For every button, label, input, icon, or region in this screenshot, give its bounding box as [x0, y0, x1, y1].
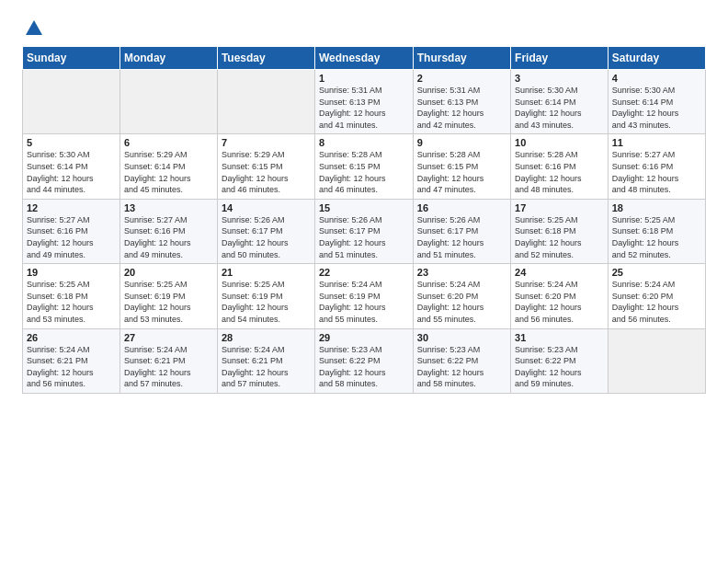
calendar-week-row: 12Sunrise: 5:27 AM Sunset: 6:16 PM Dayli…: [23, 199, 706, 263]
calendar-cell: 26Sunrise: 5:24 AM Sunset: 6:21 PM Dayli…: [23, 328, 120, 393]
day-number: 25: [612, 267, 701, 278]
day-number: 13: [124, 202, 213, 213]
day-number: 27: [124, 332, 213, 343]
calendar-week-row: 1Sunrise: 5:31 AM Sunset: 6:13 PM Daylig…: [23, 70, 706, 134]
calendar-cell: 15Sunrise: 5:26 AM Sunset: 6:17 PM Dayli…: [314, 199, 413, 263]
calendar-cell: [119, 70, 217, 134]
calendar-cell: 22Sunrise: 5:24 AM Sunset: 6:19 PM Dayli…: [314, 264, 413, 328]
day-info: Sunrise: 5:23 AM Sunset: 6:22 PM Dayligh…: [319, 344, 409, 390]
day-number: 20: [124, 267, 213, 278]
day-info: Sunrise: 5:29 AM Sunset: 6:15 PM Dayligh…: [222, 149, 311, 195]
day-number: 5: [27, 137, 116, 148]
day-info: Sunrise: 5:24 AM Sunset: 6:19 PM Dayligh…: [319, 279, 409, 325]
day-info: Sunrise: 5:25 AM Sunset: 6:18 PM Dayligh…: [612, 214, 701, 260]
day-info: Sunrise: 5:25 AM Sunset: 6:18 PM Dayligh…: [27, 279, 116, 325]
calendar-week-row: 5Sunrise: 5:30 AM Sunset: 6:14 PM Daylig…: [23, 134, 706, 199]
calendar-cell: 1Sunrise: 5:31 AM Sunset: 6:13 PM Daylig…: [314, 70, 413, 134]
day-info: Sunrise: 5:30 AM Sunset: 6:14 PM Dayligh…: [515, 85, 604, 131]
day-number: 23: [417, 267, 506, 278]
day-info: Sunrise: 5:28 AM Sunset: 6:16 PM Dayligh…: [515, 149, 604, 195]
day-number: 8: [319, 137, 409, 148]
day-number: 24: [515, 267, 604, 278]
calendar-cell: 3Sunrise: 5:30 AM Sunset: 6:14 PM Daylig…: [511, 70, 609, 134]
day-number: 18: [612, 202, 701, 213]
day-info: Sunrise: 5:31 AM Sunset: 6:13 PM Dayligh…: [319, 85, 409, 131]
day-number: 28: [222, 332, 311, 343]
day-info: Sunrise: 5:29 AM Sunset: 6:14 PM Dayligh…: [124, 149, 213, 195]
day-number: 9: [417, 137, 506, 148]
day-number: 19: [27, 267, 116, 278]
day-number: 29: [319, 332, 409, 343]
weekday-header: Friday: [511, 47, 609, 70]
day-info: Sunrise: 5:24 AM Sunset: 6:20 PM Dayligh…: [515, 279, 604, 325]
day-info: Sunrise: 5:28 AM Sunset: 6:15 PM Dayligh…: [417, 149, 506, 195]
day-number: 31: [515, 332, 604, 343]
day-number: 2: [417, 73, 506, 84]
calendar-cell: 2Sunrise: 5:31 AM Sunset: 6:13 PM Daylig…: [413, 70, 510, 134]
day-info: Sunrise: 5:27 AM Sunset: 6:16 PM Dayligh…: [612, 149, 701, 195]
calendar-cell: [23, 70, 120, 134]
day-info: Sunrise: 5:24 AM Sunset: 6:20 PM Dayligh…: [417, 279, 506, 325]
day-info: Sunrise: 5:24 AM Sunset: 6:21 PM Dayligh…: [27, 344, 116, 390]
calendar-cell: 30Sunrise: 5:23 AM Sunset: 6:22 PM Dayli…: [413, 328, 510, 393]
day-info: Sunrise: 5:26 AM Sunset: 6:17 PM Dayligh…: [319, 214, 409, 260]
day-info: Sunrise: 5:30 AM Sunset: 6:14 PM Dayligh…: [612, 85, 701, 131]
weekday-header: Thursday: [413, 47, 510, 70]
weekday-header: Saturday: [608, 47, 705, 70]
weekday-header: Monday: [119, 47, 217, 70]
day-number: 21: [222, 267, 311, 278]
day-info: Sunrise: 5:23 AM Sunset: 6:22 PM Dayligh…: [515, 344, 604, 390]
day-info: Sunrise: 5:25 AM Sunset: 6:19 PM Dayligh…: [124, 279, 213, 325]
day-number: 30: [417, 332, 506, 343]
calendar-cell: 11Sunrise: 5:27 AM Sunset: 6:16 PM Dayli…: [608, 134, 705, 199]
day-number: 7: [222, 137, 311, 148]
calendar-table: SundayMondayTuesdayWednesdayThursdayFrid…: [22, 46, 706, 394]
weekday-header: Wednesday: [314, 47, 413, 70]
calendar-cell: 12Sunrise: 5:27 AM Sunset: 6:16 PM Dayli…: [23, 199, 120, 263]
day-info: Sunrise: 5:27 AM Sunset: 6:16 PM Dayligh…: [27, 214, 116, 260]
day-number: 4: [612, 73, 701, 84]
calendar-cell: 21Sunrise: 5:25 AM Sunset: 6:19 PM Dayli…: [217, 264, 314, 328]
day-info: Sunrise: 5:26 AM Sunset: 6:17 PM Dayligh…: [222, 214, 311, 260]
logo: [22, 18, 44, 39]
day-number: 26: [27, 332, 116, 343]
calendar-cell: 25Sunrise: 5:24 AM Sunset: 6:20 PM Dayli…: [608, 264, 705, 328]
calendar-cell: 10Sunrise: 5:28 AM Sunset: 6:16 PM Dayli…: [511, 134, 609, 199]
calendar-cell: [217, 70, 314, 134]
day-number: 3: [515, 73, 604, 84]
calendar-cell: 19Sunrise: 5:25 AM Sunset: 6:18 PM Dayli…: [23, 264, 120, 328]
calendar-header-row: SundayMondayTuesdayWednesdayThursdayFrid…: [23, 47, 706, 70]
day-number: 14: [222, 202, 311, 213]
page-header: [22, 18, 706, 39]
calendar-cell: 28Sunrise: 5:24 AM Sunset: 6:21 PM Dayli…: [217, 328, 314, 393]
day-number: 16: [417, 202, 506, 213]
calendar-cell: 8Sunrise: 5:28 AM Sunset: 6:15 PM Daylig…: [314, 134, 413, 199]
calendar-cell: 20Sunrise: 5:25 AM Sunset: 6:19 PM Dayli…: [119, 264, 217, 328]
calendar-cell: 23Sunrise: 5:24 AM Sunset: 6:20 PM Dayli…: [413, 264, 510, 328]
calendar-cell: 16Sunrise: 5:26 AM Sunset: 6:17 PM Dayli…: [413, 199, 510, 263]
calendar-cell: 7Sunrise: 5:29 AM Sunset: 6:15 PM Daylig…: [217, 134, 314, 199]
day-info: Sunrise: 5:27 AM Sunset: 6:16 PM Dayligh…: [124, 214, 213, 260]
calendar-cell: 14Sunrise: 5:26 AM Sunset: 6:17 PM Dayli…: [217, 199, 314, 263]
day-info: Sunrise: 5:24 AM Sunset: 6:21 PM Dayligh…: [124, 344, 213, 390]
day-number: 15: [319, 202, 409, 213]
calendar-cell: 6Sunrise: 5:29 AM Sunset: 6:14 PM Daylig…: [119, 134, 217, 199]
day-number: 11: [612, 137, 701, 148]
calendar-cell: 4Sunrise: 5:30 AM Sunset: 6:14 PM Daylig…: [608, 70, 705, 134]
calendar-cell: 27Sunrise: 5:24 AM Sunset: 6:21 PM Dayli…: [119, 328, 217, 393]
calendar-cell: 13Sunrise: 5:27 AM Sunset: 6:16 PM Dayli…: [119, 199, 217, 263]
logo-icon: [24, 18, 44, 39]
calendar-cell: 31Sunrise: 5:23 AM Sunset: 6:22 PM Dayli…: [511, 328, 609, 393]
day-number: 10: [515, 137, 604, 148]
calendar-week-row: 26Sunrise: 5:24 AM Sunset: 6:21 PM Dayli…: [23, 328, 706, 393]
day-info: Sunrise: 5:25 AM Sunset: 6:19 PM Dayligh…: [222, 279, 311, 325]
day-info: Sunrise: 5:23 AM Sunset: 6:22 PM Dayligh…: [417, 344, 506, 390]
day-info: Sunrise: 5:28 AM Sunset: 6:15 PM Dayligh…: [319, 149, 409, 195]
day-number: 1: [319, 73, 409, 84]
calendar-cell: [608, 328, 705, 393]
day-number: 17: [515, 202, 604, 213]
calendar-week-row: 19Sunrise: 5:25 AM Sunset: 6:18 PM Dayli…: [23, 264, 706, 328]
calendar-cell: 5Sunrise: 5:30 AM Sunset: 6:14 PM Daylig…: [23, 134, 120, 199]
day-number: 22: [319, 267, 409, 278]
day-info: Sunrise: 5:24 AM Sunset: 6:20 PM Dayligh…: [612, 279, 701, 325]
